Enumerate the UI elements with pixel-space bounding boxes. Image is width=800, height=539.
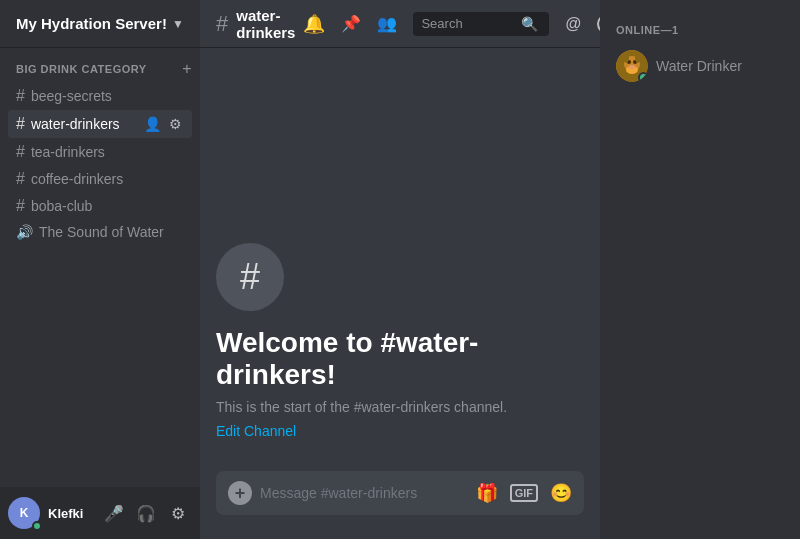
hash-icon: #: [16, 170, 25, 188]
channel-name: water-drinkers: [31, 116, 142, 132]
headphones-icon: 🎧: [136, 504, 156, 523]
search-icon: 🔍: [521, 16, 538, 32]
member-item[interactable]: Water Drinker: [608, 44, 792, 88]
channel-name: beeg-secrets: [31, 88, 184, 104]
hash-icon: #: [16, 87, 25, 105]
mute-button[interactable]: 🎤: [100, 499, 128, 527]
pin-icon[interactable]: 📌: [341, 14, 361, 33]
svg-point-6: [635, 53, 641, 63]
hash-icon: #: [16, 197, 25, 215]
header-icons: 🔔 📌 👥 🔍 @ ?: [303, 12, 617, 36]
channel-name: coffee-drinkers: [31, 171, 184, 187]
welcome-section: # Welcome to #water-drinkers! This is th…: [200, 243, 600, 455]
member-name: Water Drinker: [656, 58, 742, 74]
gift-icon[interactable]: 🎁: [476, 482, 498, 504]
chevron-down-icon: ▼: [172, 17, 184, 31]
add-file-button[interactable]: +: [228, 481, 252, 505]
avatar-letter: K: [20, 506, 29, 520]
user-info: Klefki: [48, 506, 92, 521]
add-channel-icon[interactable]: +: [182, 60, 192, 78]
category-header[interactable]: BIG DRINK CATEGORY +: [0, 56, 200, 82]
hash-icon: #: [16, 143, 25, 161]
message-input-box: + 🎁 GIF 😊: [216, 471, 584, 515]
message-input[interactable]: [260, 485, 468, 501]
svg-point-5: [623, 53, 629, 63]
user-settings-button[interactable]: ⚙: [164, 499, 192, 527]
user-area: K Klefki 🎤 🎧 ⚙: [0, 487, 200, 539]
channel-item-water-drinkers[interactable]: # water-drinkers 👤 ⚙: [8, 110, 192, 138]
channel-item-coffee-drinkers[interactable]: # coffee-drinkers: [8, 166, 192, 192]
svg-point-7: [629, 65, 635, 69]
server-name: My Hydration Server!: [16, 15, 167, 32]
settings-icon[interactable]: ⚙: [167, 114, 184, 134]
speaker-icon: 🔊: [16, 224, 33, 240]
status-indicator: [32, 521, 42, 531]
channel-item-the-sound-of-water[interactable]: 🔊 The Sound of Water: [8, 220, 192, 244]
hash-icon: #: [16, 115, 25, 133]
channel-name: boba-club: [31, 198, 184, 214]
user-controls: 🎤 🎧 ⚙: [100, 499, 192, 527]
username: Klefki: [48, 506, 92, 521]
channel-name: The Sound of Water: [39, 224, 184, 240]
channel-item-beeg-secrets[interactable]: # beeg-secrets 👤 ⚙: [8, 83, 192, 109]
main-content: # water-drinkers 🔔 📌 👥 🔍 @ ? # Welcome t…: [200, 0, 600, 539]
gif-button[interactable]: GIF: [510, 484, 538, 502]
search-input[interactable]: [421, 16, 521, 31]
mic-icon: 🎤: [104, 504, 124, 523]
deafen-button[interactable]: 🎧: [132, 499, 160, 527]
members-sidebar: ONLINE—1 W: [600, 0, 800, 539]
notifications-icon[interactable]: 🔔: [303, 13, 325, 35]
message-input-area: + 🎁 GIF 😊: [200, 471, 600, 539]
chat-header: # water-drinkers 🔔 📌 👥 🔍 @ ?: [200, 0, 600, 48]
channel-sidebar: My Hydration Server! ▼ BIG DRINK CATEGOR…: [0, 0, 200, 539]
category-label: BIG DRINK CATEGORY: [16, 63, 147, 75]
members-online-label: ONLINE—1: [608, 16, 792, 40]
welcome-description: This is the start of the #water-drinkers…: [216, 399, 584, 415]
channel-actions: 👤 ⚙: [142, 114, 184, 134]
avatar: K: [8, 497, 40, 529]
at-icon[interactable]: @: [565, 15, 581, 33]
channel-item-tea-drinkers[interactable]: # tea-drinkers: [8, 139, 192, 165]
channel-item-boba-club[interactable]: # boba-club: [8, 193, 192, 219]
messages-area: # Welcome to #water-drinkers! This is th…: [200, 48, 600, 471]
edit-channel-link[interactable]: Edit Channel: [216, 423, 296, 439]
channel-header-name: water-drinkers: [236, 7, 295, 41]
welcome-hash-icon: #: [216, 243, 284, 311]
search-box[interactable]: 🔍: [413, 12, 549, 36]
input-right-icons: 🎁 GIF 😊: [476, 482, 572, 504]
gear-icon: ⚙: [171, 504, 185, 523]
add-member-icon[interactable]: 👤: [142, 114, 163, 134]
member-avatar: [616, 50, 648, 82]
channel-hash-icon: #: [216, 11, 228, 37]
members-icon[interactable]: 👥: [377, 14, 397, 33]
welcome-title: Welcome to #water-drinkers!: [216, 327, 584, 391]
emoji-icon[interactable]: 😊: [550, 482, 572, 504]
server-header[interactable]: My Hydration Server! ▼: [0, 0, 200, 48]
channel-name: tea-drinkers: [31, 144, 184, 160]
channel-list: BIG DRINK CATEGORY + # beeg-secrets 👤 ⚙ …: [0, 48, 200, 487]
member-status-indicator: [638, 72, 648, 82]
